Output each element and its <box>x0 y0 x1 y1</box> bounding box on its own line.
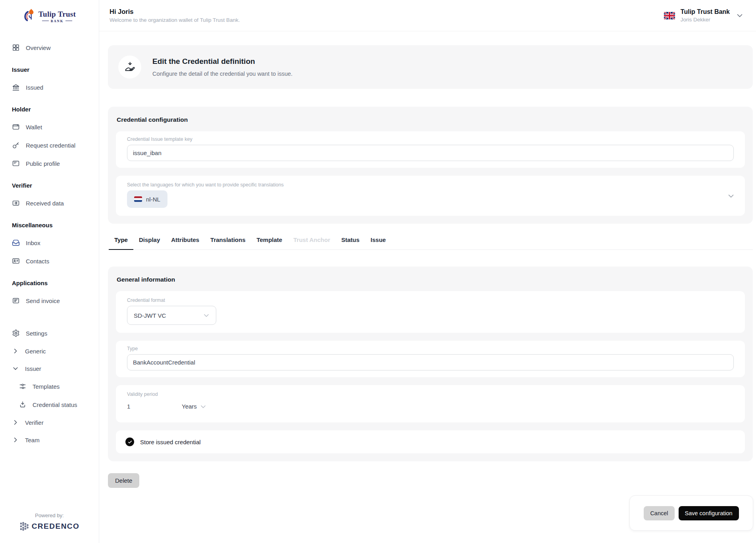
tab-status[interactable]: Status <box>336 231 365 249</box>
tab-display[interactable]: Display <box>133 231 165 249</box>
sidebar-item-label: Templates <box>33 383 60 390</box>
user-name: Joris Dekker <box>681 17 730 23</box>
general-information-card: General information Credential format SD… <box>108 267 753 461</box>
language-chip-label: nl-NL <box>146 196 160 203</box>
chevron-down-icon[interactable] <box>727 192 735 200</box>
sidebar-item-team[interactable]: Team <box>12 436 99 443</box>
greeting-subtitle: Welcome to the organization wallet of Tu… <box>110 17 240 23</box>
received-data-icon <box>12 199 20 207</box>
chevron-right-icon <box>12 436 19 443</box>
sidebar-item-inbox[interactable]: Inbox <box>12 239 99 247</box>
credential-configuration-title: Credential configuration <box>116 116 745 123</box>
sliders-icon <box>19 382 27 390</box>
template-key-field-card: Credential Issue template key <box>116 131 745 168</box>
sidebar-section-miscellaneous: Miscellaneous <box>12 222 99 228</box>
sidebar-item-label: Settings <box>26 330 47 337</box>
validity-unit-select[interactable]: Years <box>182 403 207 411</box>
page-subtitle: Configure the detail of the credential y… <box>152 71 292 77</box>
store-credential-checkbox[interactable] <box>125 437 134 446</box>
credenco-logo-text: CREDENCO <box>32 522 80 531</box>
sidebar-item-received-data[interactable]: Received data <box>12 199 99 207</box>
validity-period-field-card: Validity period Years <box>116 385 745 422</box>
tab-translations[interactable]: Translations <box>205 231 251 249</box>
org-logo: Tulip Trust BANK <box>0 0 99 27</box>
profile-card-icon <box>12 159 20 167</box>
sidebar-item-issuer-group[interactable]: Issuer <box>12 365 99 372</box>
chevron-right-icon <box>12 347 19 355</box>
tab-issue[interactable]: Issue <box>365 231 391 249</box>
general-information-title: General information <box>116 276 745 283</box>
chevron-right-icon <box>12 419 19 426</box>
tab-attributes[interactable]: Attributes <box>165 231 205 249</box>
inbox-icon <box>12 239 20 247</box>
sidebar: Tulip Trust BANK Overview Issuer Issued … <box>0 0 99 543</box>
template-key-input[interactable] <box>127 145 734 161</box>
key-icon <box>12 141 20 149</box>
gear-icon <box>12 329 20 337</box>
sidebar-item-credential-status[interactable]: Credential status <box>12 401 99 409</box>
save-configuration-button[interactable]: Save configuration <box>679 506 739 520</box>
check-icon <box>127 439 133 445</box>
invoice-icon <box>12 297 20 305</box>
tab-type[interactable]: Type <box>109 231 133 249</box>
page-header-card: Edit the Credential definition Configure… <box>108 45 753 89</box>
sidebar-item-label: Credential status <box>33 401 77 408</box>
language-chip-nl[interactable]: nl-NL <box>127 190 167 208</box>
sidebar-item-settings[interactable]: Settings <box>12 329 99 337</box>
type-input[interactable] <box>127 354 734 370</box>
account-menu[interactable]: Tulip Trust Bank Joris Dekker <box>664 8 744 23</box>
bank-icon <box>12 83 20 91</box>
sidebar-item-label: Team <box>25 437 40 443</box>
chevron-down-icon <box>199 403 207 411</box>
validity-unit-value: Years <box>182 403 197 410</box>
contacts-icon <box>12 257 20 265</box>
sidebar-item-label: Public profile <box>26 160 60 167</box>
credential-format-label: Credential format <box>127 297 734 303</box>
uk-flag-icon <box>664 12 675 19</box>
credential-format-select[interactable]: SD-JWT VC <box>127 306 216 325</box>
template-key-label: Credential Issue template key <box>127 136 734 142</box>
org-logo-tagline: BANK <box>51 19 64 23</box>
sidebar-item-issued[interactable]: Issued <box>12 83 99 91</box>
sidebar-item-wallet[interactable]: Wallet <box>12 123 99 131</box>
credential-format-field-card: Credential format SD-JWT VC <box>116 291 745 333</box>
tulip-logo-icon <box>23 8 36 25</box>
type-label: Type <box>127 346 734 351</box>
sidebar-section-applications: Applications <box>12 280 99 286</box>
languages-field-card[interactable]: Select the languages for which you want … <box>116 176 745 216</box>
sidebar-item-label: Wallet <box>26 124 42 130</box>
tab-trust-anchor: Trust Anchor <box>288 231 336 249</box>
sidebar-item-label: Send invoice <box>26 297 60 304</box>
sidebar-item-label: Issued <box>26 84 43 91</box>
sidebar-item-send-invoice[interactable]: Send invoice <box>12 297 99 305</box>
powered-by-label: Powered by: <box>0 512 99 518</box>
sidebar-item-templates[interactable]: Templates <box>12 382 99 390</box>
save-action-bar: Cancel Save configuration <box>629 495 753 531</box>
sidebar-item-verifier-group[interactable]: Verifier <box>12 419 99 426</box>
tab-template[interactable]: Template <box>251 231 288 249</box>
sidebar-item-request-credential[interactable]: Request credential <box>12 141 99 149</box>
sidebar-item-label: Request credential <box>26 142 75 149</box>
chevron-down-icon <box>735 11 744 20</box>
validity-value-input[interactable] <box>127 400 163 413</box>
credential-configuration-card: Credential configuration Credential Issu… <box>108 107 753 224</box>
org-name: Tulip Trust Bank <box>681 8 730 15</box>
sidebar-item-overview[interactable]: Overview <box>12 44 99 52</box>
sidebar-section-issuer: Issuer <box>12 66 99 73</box>
sidebar-item-label: Generic <box>25 348 46 355</box>
sidebar-item-contacts[interactable]: Contacts <box>12 257 99 265</box>
greeting-block: Hi Joris Welcome to the organization wal… <box>110 8 240 23</box>
sidebar-item-label: Contacts <box>26 258 49 265</box>
tab-bar: Type Display Attributes Translations Tem… <box>108 231 753 250</box>
store-credential-label: Store issued credential <box>140 439 201 445</box>
topbar: Hi Joris Welcome to the organization wal… <box>99 0 756 31</box>
delete-button[interactable]: Delete <box>108 473 139 488</box>
credenco-logo: CREDENCO <box>0 522 99 531</box>
hand-receive-icon <box>124 61 136 73</box>
store-credential-field-card: Store issued credential <box>116 430 745 453</box>
sidebar-item-public-profile[interactable]: Public profile <box>12 159 99 167</box>
sidebar-item-label: Received data <box>26 200 64 207</box>
cancel-button[interactable]: Cancel <box>644 506 674 520</box>
sidebar-item-generic[interactable]: Generic <box>12 347 99 355</box>
hero-icon-circle <box>118 56 141 79</box>
